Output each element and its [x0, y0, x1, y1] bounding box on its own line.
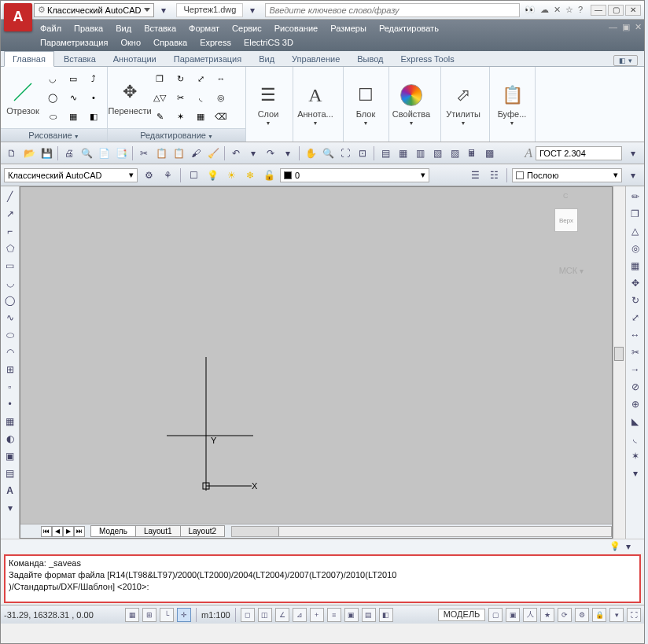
ellipsearc-tool-icon[interactable]: ◠ — [1, 344, 19, 361]
insert-tool-icon[interactable]: ⊞ — [1, 361, 19, 378]
3dosnap-toggle[interactable]: ◫ — [258, 608, 272, 622]
rotate-icon[interactable]: ↻ — [171, 70, 190, 87]
star-icon[interactable]: ☆ — [565, 5, 573, 15]
explode-mod-icon[interactable]: ✶ — [626, 447, 644, 465]
publish-icon[interactable]: 📄 — [96, 145, 112, 161]
break-mod-icon[interactable]: ⊘ — [626, 378, 644, 396]
cloud-icon[interactable]: ☁ — [540, 5, 549, 15]
menu-parametric[interactable]: Параметризация — [40, 38, 108, 47]
textstyle-input[interactable] — [536, 146, 622, 160]
drawing-canvas[interactable]: X Y С Верх МСК ▾ ⏮ ◀ ▶ ⏭ Модель Layout1 … — [20, 186, 613, 539]
menu-draw[interactable]: Рисование — [274, 24, 318, 33]
ellipse-icon[interactable]: ⬭ — [43, 108, 62, 125]
block-tool-icon[interactable]: ▫ — [1, 378, 19, 396]
ucs-label[interactable]: МСК ▾ — [559, 266, 584, 275]
polygon-tool-icon[interactable]: ⬠ — [1, 240, 19, 257]
ribtab-manage[interactable]: Управление — [284, 52, 348, 66]
workspace-selector[interactable]: ⚙ Классический AutoCAD — [34, 3, 154, 17]
point-tool-icon[interactable]: • — [1, 396, 19, 413]
clean-icon[interactable]: 🧹 — [205, 145, 221, 161]
menu-view[interactable]: Вид — [116, 24, 131, 33]
search-input[interactable] — [265, 3, 519, 17]
copy-icon[interactable]: ❐ — [150, 70, 169, 87]
extend-mod-icon[interactable]: → — [626, 361, 644, 378]
ribtab-param[interactable]: Параметризация — [166, 52, 249, 66]
hw-toggle[interactable]: ▾ — [609, 608, 624, 622]
layout-model[interactable]: Модель — [90, 525, 136, 537]
arc-tool-icon[interactable]: ◡ — [1, 274, 19, 292]
tab-next[interactable]: ▶ — [63, 526, 74, 537]
menu-file[interactable]: Файл — [40, 24, 61, 33]
menu-edit[interactable]: Правка — [74, 24, 103, 33]
pline-tool-icon[interactable]: ⌐ — [1, 223, 19, 240]
menu-help[interactable]: Справка — [153, 38, 187, 47]
ribtab-output[interactable]: Вывод — [349, 52, 391, 66]
menu-modify[interactable]: Редактировать — [379, 24, 439, 33]
trim-icon[interactable]: ✂ — [171, 89, 190, 106]
layer-st-icon[interactable]: ☷ — [486, 167, 502, 183]
point-icon[interactable]: • — [84, 89, 103, 106]
doc-drop[interactable]: ▾ — [245, 2, 260, 18]
workspace-combo[interactable]: Классический AutoCAD▾ — [4, 168, 138, 182]
ref-icon[interactable]: ▩ — [481, 145, 497, 161]
menu-electrics[interactable]: ElectriCS 3D — [244, 38, 293, 47]
zoom-icon[interactable]: 🔍 — [320, 145, 336, 161]
region-tool-icon[interactable]: ▣ — [1, 447, 19, 465]
layers-button[interactable]: ☰Слои▼ — [249, 70, 287, 138]
dc-icon[interactable]: ▦ — [395, 145, 411, 161]
preview-icon[interactable]: 🔍 — [79, 145, 94, 161]
spline-tool-icon[interactable]: ∿ — [1, 309, 19, 326]
viewcube-top[interactable]: Верх — [554, 208, 578, 232]
copy2-icon[interactable]: 📋 — [153, 145, 169, 161]
tp-icon[interactable]: ▥ — [412, 145, 428, 161]
trans-toggle[interactable]: ▣ — [344, 608, 359, 622]
max-button[interactable]: ▢ — [608, 5, 624, 16]
hatch-icon[interactable]: ▦ — [64, 108, 83, 125]
scale-icon[interactable]: ⤢ — [191, 70, 210, 87]
bulb-drop[interactable]: ▾ — [620, 539, 636, 554]
mod-drop[interactable]: ▾ — [626, 465, 644, 482]
ellipse-tool-icon[interactable]: ⬭ — [1, 326, 19, 344]
table-tool-icon[interactable]: ▤ — [1, 465, 19, 482]
help-icon[interactable]: ? — [578, 5, 583, 15]
save-icon[interactable]: 💾 — [39, 145, 54, 161]
sc-toggle[interactable]: ◧ — [379, 608, 393, 622]
util-button[interactable]: ⬀Утилиты▼ — [444, 70, 482, 138]
copy-mod-icon[interactable]: ❐ — [626, 205, 644, 223]
mirror-icon[interactable]: △▽ — [150, 89, 169, 106]
fillet-mod-icon[interactable]: ◟ — [626, 430, 644, 447]
hatch-tool-icon[interactable]: ▦ — [1, 413, 19, 430]
zoomall-icon[interactable]: ⛶ — [337, 145, 353, 161]
lw-toggle[interactable]: ≡ — [327, 608, 341, 622]
binoculars-icon[interactable]: 👀 — [525, 5, 536, 15]
osnap-toggle[interactable]: ◻ — [241, 608, 255, 622]
pan-icon[interactable]: ✋ — [303, 145, 318, 161]
annoscale-icon[interactable]: 人 — [523, 608, 537, 622]
tab-first[interactable]: ⏮ — [41, 526, 52, 537]
annovis-icon[interactable]: ★ — [540, 608, 554, 622]
hscrollbar[interactable] — [231, 526, 612, 537]
rotate-mod-icon[interactable]: ↻ — [626, 292, 644, 309]
line-tool-icon[interactable]: ╱ — [1, 188, 19, 205]
ribtab-annot[interactable]: Аннотации — [105, 52, 164, 66]
mtext-tool-icon[interactable]: A — [1, 482, 19, 499]
model-paper-toggle[interactable]: МОДЕЛЬ — [438, 609, 485, 621]
annot-button[interactable]: AАннота...▼ — [296, 70, 334, 138]
fillet-icon[interactable]: ◟ — [191, 89, 210, 106]
command-window[interactable]: Команда: _saveas Задайте формат файла [R… — [4, 554, 641, 603]
ribtab-express[interactable]: Express Tools — [393, 52, 462, 66]
stretch-icon[interactable]: ↔ — [212, 70, 230, 87]
doc-close[interactable]: ✕ — [635, 22, 642, 32]
redo-drop[interactable]: ▾ — [280, 145, 296, 161]
explode-icon[interactable]: ✶ — [171, 108, 190, 125]
rect-tool-icon[interactable]: ▭ — [1, 257, 19, 274]
join-mod-icon[interactable]: ⊕ — [626, 396, 644, 413]
stretch-mod-icon[interactable]: ↔ — [626, 326, 644, 344]
layer-mgr-icon[interactable]: ☰ — [467, 167, 483, 183]
prop-pal-icon[interactable]: ▤ — [377, 145, 393, 161]
ribtab-view[interactable]: Вид — [251, 52, 282, 66]
open-icon[interactable]: 📂 — [21, 145, 37, 161]
scale-mod-icon[interactable]: ⤢ — [626, 309, 644, 326]
redo-icon[interactable]: ↷ — [263, 145, 278, 161]
zoomwin-icon[interactable]: ⊡ — [355, 145, 370, 161]
